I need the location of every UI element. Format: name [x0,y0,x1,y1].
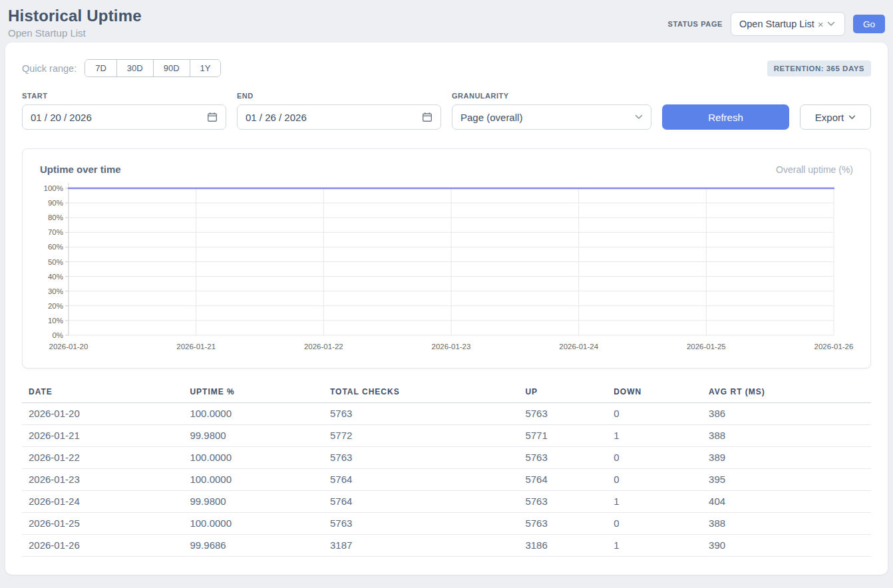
table-cell: 386 [702,403,871,425]
table-cell: 5763 [518,513,607,535]
chevron-down-icon [827,21,835,27]
table-cell: 0 [607,513,702,535]
table-cell: 388 [702,425,871,447]
y-axis-tick-label: 0% [52,331,63,339]
table-cell: 5764 [323,491,518,513]
x-axis-tick-label: 2026-01-26 [814,343,854,351]
quick-range-group: 7D30D90D1Y [85,59,221,77]
x-axis-tick-label: 2026-01-20 [49,343,89,351]
main-panel: Quick range: 7D30D90D1Y RETENTION: 365 D… [5,43,888,575]
x-axis-tick-label: 2026-01-25 [687,343,726,351]
table-cell: 5763 [518,403,607,425]
quick-range-7d-button[interactable]: 7D [85,60,117,76]
table-cell: 2026-01-24 [22,491,183,513]
table-cell: 5772 [323,425,518,447]
table-cell: 5763 [518,447,607,469]
refresh-button[interactable]: Refresh [662,104,789,130]
table-cell: 99.9686 [183,535,323,557]
calendar-icon[interactable] [207,112,218,122]
table-cell: 5763 [518,491,607,513]
quick-range-1y-button[interactable]: 1Y [190,60,221,76]
granularity-label: GRANULARITY [452,92,651,100]
uptime-table: DATEUPTIME %TOTAL CHECKSUPDOWNAVG RT (MS… [22,384,871,557]
table-cell: 2026-01-26 [22,535,183,557]
export-button[interactable]: Export [800,104,871,130]
granularity-select[interactable]: Page (overall) [452,104,651,130]
x-axis-tick-label: 2026-01-21 [176,343,216,351]
export-label: Export [815,112,844,123]
table-cell: 0 [607,469,702,491]
table-cell: 1 [607,491,702,513]
chart-title: Uptime over time [40,164,121,175]
uptime-line-chart: 2026-01-202026-01-212026-01-222026-01-23… [35,182,860,356]
calendar-icon[interactable] [422,112,433,122]
table-cell: 100.0000 [183,469,323,491]
status-page-select[interactable]: Open Startup List × [731,12,845,36]
x-axis-tick-label: 2026-01-24 [559,343,598,351]
granularity-selected-value: Page (overall) [460,112,522,123]
table-cell: 99.9800 [183,425,323,447]
chart-axis-labels: 2026-01-202026-01-212026-01-222026-01-23… [44,184,854,351]
quick-range-label: Quick range: [22,63,77,74]
end-date-input[interactable]: 01 / 26 / 2026 [237,104,441,130]
y-axis-tick-label: 60% [48,243,63,251]
table-body: 2026-01-20100.00005763576303862026-01-21… [22,403,871,557]
table-row: 2026-01-2499.9800576457631404 [22,491,871,513]
table-cell: 3186 [518,535,607,557]
title-block: Historical Uptime Open Startup List [8,7,142,39]
table-cell: 1 [607,535,702,557]
quick-range-30d-button[interactable]: 30D [117,60,154,76]
start-date-field: START 01 / 20 / 2026 [22,92,226,130]
table-cell: 2026-01-20 [22,403,183,425]
table-cell: 1 [607,425,702,447]
status-page-selected-value: Open Startup List [739,19,814,29]
retention-badge: RETENTION: 365 DAYS [767,61,871,76]
table-cell: 0 [607,447,702,469]
table-row: 2026-01-20100.0000576357630386 [22,403,871,425]
table-cell: 100.0000 [183,447,323,469]
page-subtitle: Open Startup List [8,27,142,39]
table-cell: 2026-01-25 [22,513,183,535]
chart-grid [65,183,834,335]
chart-header: Uptime over time Overall uptime (%) [35,164,858,175]
status-page-controls: STATUS PAGE Open Startup List × Go [668,7,885,36]
filter-form-row: START 01 / 20 / 2026 END 01 / 26 / 2026 … [22,92,871,130]
column-header: UPTIME % [183,384,323,403]
y-axis-tick-label: 10% [48,317,63,325]
y-axis-tick-label: 30% [48,287,63,295]
granularity-field: GRANULARITY Page (overall) [452,92,651,130]
go-button[interactable]: Go [853,15,885,33]
column-header: DOWN [607,384,702,403]
table-cell: 2026-01-23 [22,469,183,491]
page-title: Historical Uptime [8,7,142,25]
table-cell: 3187 [323,535,518,557]
start-date-input[interactable]: 01 / 20 / 2026 [22,104,226,130]
end-date-value: 01 / 26 / 2026 [246,112,307,123]
table-row: 2026-01-23100.0000576457640395 [22,469,871,491]
clear-selection-icon[interactable]: × [818,19,824,29]
table-cell: 100.0000 [183,403,323,425]
y-axis-tick-label: 70% [48,228,63,236]
table-cell: 100.0000 [183,513,323,535]
table-cell: 5763 [323,403,518,425]
column-header: DATE [22,384,183,403]
table-cell: 390 [702,535,871,557]
chart-legend: Overall uptime (%) [776,164,853,175]
y-axis-tick-label: 100% [44,184,63,192]
table-row: 2026-01-25100.0000576357630388 [22,513,871,535]
uptime-chart-card: Uptime over time Overall uptime (%) 2026… [22,148,871,368]
table-cell: 2026-01-21 [22,425,183,447]
start-date-label: START [22,92,226,100]
end-date-field: END 01 / 26 / 2026 [237,92,441,130]
y-axis-tick-label: 50% [48,258,63,266]
table-cell: 388 [702,513,871,535]
table-cell: 395 [702,469,871,491]
y-axis-tick-label: 20% [48,302,63,310]
quick-range-90d-button[interactable]: 90D [154,60,190,76]
x-axis-tick-label: 2026-01-23 [432,343,471,351]
quick-range-row: Quick range: 7D30D90D1Y RETENTION: 365 D… [22,59,871,77]
table-cell: 404 [702,491,871,513]
y-axis-tick-label: 80% [48,214,63,221]
y-axis-tick-label: 40% [48,273,63,281]
table-row: 2026-01-2699.9686318731861390 [22,535,871,557]
